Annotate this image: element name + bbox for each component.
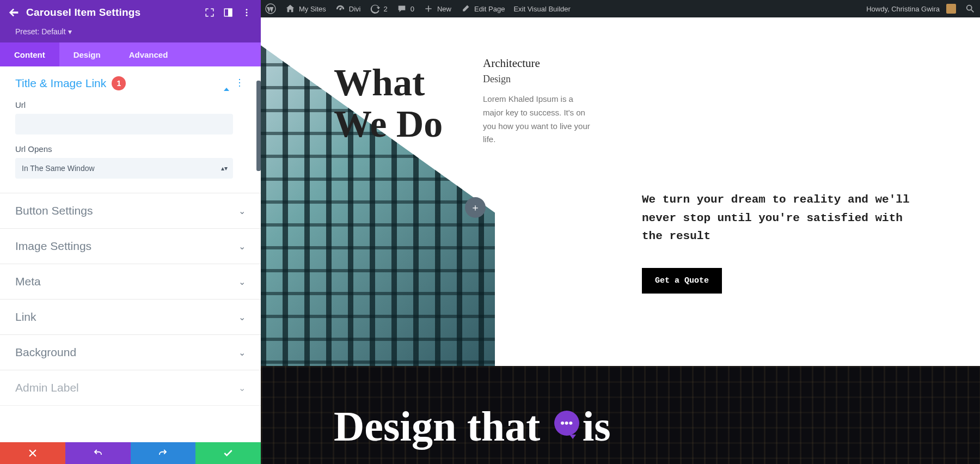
save-button[interactable] bbox=[195, 442, 261, 464]
exit-vb-label: Exit Visual Builder bbox=[513, 5, 571, 13]
svg-point-1 bbox=[967, 5, 972, 10]
pitch-text: We turn your dream to reality and we'll … bbox=[642, 191, 925, 246]
section-meta[interactable]: Meta ⌄ bbox=[0, 264, 261, 300]
back-button[interactable] bbox=[8, 6, 21, 19]
url-input[interactable] bbox=[15, 114, 233, 135]
section-link[interactable]: Link ⌄ bbox=[0, 300, 261, 335]
preset-label: Preset: Default bbox=[15, 27, 66, 36]
caret-up-icon bbox=[224, 78, 229, 91]
panel-kebab-menu[interactable] bbox=[240, 6, 253, 19]
section-title-image-link: Title & Image Link 1 ⋯ Url Url Opens In … bbox=[0, 66, 261, 193]
collapse-section-button[interactable] bbox=[224, 78, 229, 88]
annotation-badge: 1 bbox=[112, 76, 126, 90]
chevron-down-icon: ⌄ bbox=[238, 241, 246, 252]
get-quote-button[interactable]: Get a Quote bbox=[642, 268, 722, 294]
redo-button[interactable] bbox=[131, 442, 196, 464]
close-icon bbox=[28, 448, 38, 458]
comments-menu[interactable]: 0 bbox=[392, 0, 419, 17]
pencil-icon bbox=[460, 3, 471, 14]
site-name-label: Divi bbox=[349, 5, 361, 13]
greeting-label: Howdy, Christina Gwira bbox=[866, 5, 940, 13]
my-sites-label: My Sites bbox=[299, 5, 326, 13]
wp-admin-bar: My Sites Divi 2 0 New Edit Page Exit Vis… bbox=[261, 0, 980, 17]
panel-footer bbox=[0, 442, 261, 464]
url-opens-select[interactable]: In The Same Window bbox=[15, 158, 233, 179]
chevron-down-icon: ⌄ bbox=[238, 206, 246, 216]
hero-heading: What We Do bbox=[334, 62, 443, 144]
updates-menu[interactable]: 2 bbox=[365, 0, 392, 17]
undo-icon bbox=[93, 448, 103, 458]
expand-button[interactable] bbox=[203, 6, 216, 19]
edit-page-label: Edit Page bbox=[474, 5, 505, 13]
gauge-icon bbox=[335, 3, 346, 14]
panel-body: Title & Image Link 1 ⋯ Url Url Opens In … bbox=[0, 66, 261, 442]
select-caret-icon: ▴▾ bbox=[221, 164, 228, 172]
tab-advanced[interactable]: Advanced bbox=[115, 42, 182, 66]
plus-icon: ＋ bbox=[470, 201, 480, 214]
my-sites-menu[interactable]: My Sites bbox=[280, 0, 330, 17]
svg-rect-3 bbox=[229, 9, 232, 16]
svg-point-4 bbox=[246, 9, 248, 10]
card-body: Lorem Khaled Ipsum is a major key to suc… bbox=[483, 93, 592, 146]
section-background[interactable]: Background ⌄ bbox=[0, 335, 261, 370]
wordpress-icon bbox=[265, 3, 276, 14]
chevron-down-icon: ⌄ bbox=[238, 383, 246, 393]
svg-point-5 bbox=[246, 12, 248, 14]
page-preview: What We Do Architecture Design Lorem Kha… bbox=[261, 17, 980, 464]
panel-scrollbar[interactable] bbox=[256, 81, 261, 171]
cancel-button[interactable] bbox=[0, 442, 65, 464]
caret-down-icon: ▾ bbox=[68, 27, 72, 36]
tab-design[interactable]: Design bbox=[59, 42, 115, 66]
snap-right-button[interactable] bbox=[222, 6, 235, 19]
comment-icon bbox=[396, 3, 407, 14]
hero-section: What We Do Architecture Design Lorem Kha… bbox=[261, 17, 980, 366]
card-title: Architecture bbox=[483, 57, 592, 70]
comments-count: 0 bbox=[411, 5, 414, 13]
panel-title: Carousel Item Settings bbox=[26, 7, 140, 19]
chevron-down-icon: ⌄ bbox=[238, 347, 246, 358]
avatar-icon bbox=[946, 4, 956, 14]
section-button-settings[interactable]: Button Settings ⌄ bbox=[0, 193, 261, 229]
refresh-icon bbox=[370, 3, 381, 14]
wp-logo-menu[interactable] bbox=[261, 0, 280, 17]
section-image-settings[interactable]: Image Settings ⌄ bbox=[0, 229, 261, 264]
plus-icon bbox=[423, 3, 434, 14]
panel-tabs: Content Design Advanced bbox=[0, 42, 261, 66]
url-field-label: Url bbox=[15, 100, 246, 109]
add-module-button[interactable]: ＋ bbox=[465, 197, 486, 218]
site-menu[interactable]: Divi bbox=[330, 0, 365, 17]
search-icon bbox=[965, 3, 976, 14]
search-toggle[interactable] bbox=[960, 0, 980, 17]
house-icon bbox=[285, 3, 296, 14]
panel-header: Carousel Item Settings bbox=[0, 0, 261, 25]
undo-button[interactable] bbox=[65, 442, 131, 464]
dark-section: Design that ••• is bbox=[261, 366, 980, 464]
url-opens-field-label: Url Opens bbox=[15, 144, 246, 154]
card-subtitle: Design bbox=[483, 74, 592, 85]
section-title-label: Title & Image Link bbox=[15, 77, 106, 90]
new-label: New bbox=[437, 5, 451, 13]
tab-content[interactable]: Content bbox=[0, 42, 59, 66]
section-admin-label[interactable]: Admin Label ⌄ bbox=[0, 370, 261, 406]
service-card: Architecture Design Lorem Khaled Ipsum i… bbox=[483, 57, 592, 146]
preset-selector[interactable]: Preset: Default ▾ bbox=[0, 25, 261, 42]
svg-point-6 bbox=[246, 15, 248, 16]
chevron-down-icon: ⌄ bbox=[238, 312, 246, 322]
exit-visual-builder-link[interactable]: Exit Visual Builder bbox=[509, 0, 575, 17]
settings-panel: Carousel Item Settings Preset: Default ▾… bbox=[0, 0, 261, 464]
section-kebab-menu[interactable]: ⋯ bbox=[235, 78, 245, 89]
chevron-down-icon: ⌄ bbox=[238, 277, 246, 287]
dark-heading: Design that ••• is bbox=[334, 402, 611, 451]
edit-page-link[interactable]: Edit Page bbox=[456, 0, 509, 17]
account-menu[interactable]: Howdy, Christina Gwira bbox=[862, 0, 960, 17]
new-menu[interactable]: New bbox=[419, 0, 456, 17]
check-icon bbox=[223, 448, 234, 459]
builder-bubble-button[interactable]: ••• bbox=[554, 411, 579, 436]
redo-icon bbox=[158, 448, 168, 458]
updates-count: 2 bbox=[384, 5, 388, 13]
